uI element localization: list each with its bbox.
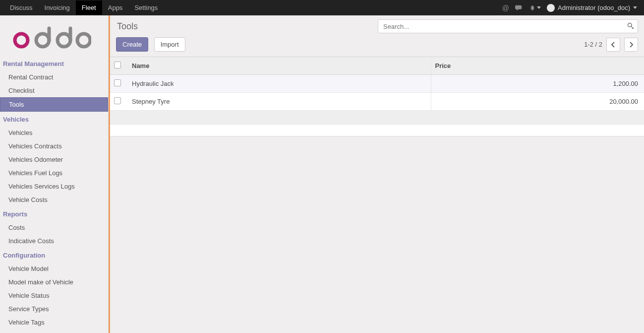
sidebar-item-vehicle-costs[interactable]: Vehicle Costs — [0, 193, 108, 206]
sidebar-item-model-make[interactable]: Model make of Vehicle — [0, 275, 108, 289]
sidebar-item-vehicle-tags[interactable]: Vehicle Tags — [0, 316, 108, 329]
svg-point-2 — [58, 34, 70, 47]
select-all-checkbox[interactable] — [114, 62, 121, 68]
create-button[interactable]: Create — [116, 37, 148, 52]
main-content: Tools Create Import 1-2 / 2 — [109, 15, 644, 333]
sidebar-item-vehicle-model[interactable]: Vehicle Model — [0, 262, 108, 275]
cell-name: Stepney Tyre — [128, 93, 431, 111]
chevron-down-icon — [633, 6, 637, 9]
topnav-settings[interactable]: Settings — [128, 0, 164, 15]
search-box — [378, 19, 638, 33]
page-title: Tools — [116, 21, 138, 32]
sidebar-item-vehicles-contracts[interactable]: Vehicles Contracts — [0, 139, 108, 153]
section-rental-management[interactable]: Rental Management — [0, 56, 108, 70]
svg-point-1 — [36, 34, 49, 47]
svg-point-0 — [15, 34, 28, 47]
topnav-left: Discuss Invoicing Fleet Apps Settings — [4, 0, 164, 15]
pager: 1-2 / 2 — [584, 38, 638, 52]
topnav-apps[interactable]: Apps — [102, 0, 129, 15]
cell-name: Hydraulic Jack — [128, 75, 431, 93]
debug-icon[interactable] — [529, 4, 541, 11]
sidebar-item-vehicles[interactable]: Vehicles — [0, 126, 108, 139]
sidebar-item-indicative-costs[interactable]: Indicative Costs — [0, 234, 108, 248]
sidebar-item-vehicles-odometer[interactable]: Vehicles Odometer — [0, 153, 108, 166]
sidebar-item-vehicle-status[interactable]: Vehicle Status — [0, 289, 108, 302]
sidebar-footer: Powered by Odoo — [0, 329, 108, 333]
sidebar-item-costs[interactable]: Costs — [0, 221, 108, 234]
sidebar-item-rental-contract[interactable]: Rental Contract — [0, 70, 108, 84]
cell-price: 1,200.00 — [431, 75, 644, 93]
row-checkbox[interactable] — [114, 79, 121, 86]
top-navbar: Discuss Invoicing Fleet Apps Settings @ … — [0, 0, 644, 15]
cell-price: 20,000.00 — [431, 93, 644, 111]
svg-point-3 — [77, 34, 90, 47]
pager-next-button[interactable] — [624, 38, 638, 52]
table-header-row: Name Price — [110, 57, 644, 75]
pager-text: 1-2 / 2 — [584, 41, 602, 48]
table-row[interactable]: Hydraulic Jack 1,200.00 — [110, 75, 644, 93]
sidebar: Rental Management Rental Contract Checkl… — [0, 15, 109, 333]
header-name[interactable]: Name — [128, 57, 431, 75]
logo — [0, 21, 108, 56]
section-vehicles[interactable]: Vehicles — [0, 112, 108, 126]
sidebar-item-vehicles-fuel-logs[interactable]: Vehicles Fuel Logs — [0, 166, 108, 180]
topnav-discuss[interactable]: Discuss — [4, 0, 39, 15]
sidebar-item-tools[interactable]: Tools — [0, 97, 108, 112]
mention-icon[interactable]: @ — [502, 4, 509, 12]
topnav-invoicing[interactable]: Invoicing — [39, 0, 76, 15]
control-panel: Tools Create Import 1-2 / 2 — [110, 15, 644, 57]
topnav-right: @ Administrator (odoo_doc) — [502, 4, 640, 12]
sidebar-item-vehicles-services-logs[interactable]: Vehicles Services Logs — [0, 180, 108, 193]
below-table-area — [110, 125, 644, 136]
table-footer-spacer — [110, 111, 644, 125]
buttons-left: Create Import — [116, 37, 185, 52]
search-input[interactable] — [378, 19, 638, 33]
pager-prev-button[interactable] — [606, 38, 620, 52]
chat-icon[interactable] — [515, 4, 523, 11]
sidebar-item-checklist[interactable]: Checklist — [0, 84, 108, 97]
avatar-icon — [547, 4, 555, 12]
search-icon[interactable] — [627, 22, 634, 31]
header-checkbox-cell — [110, 57, 128, 75]
topnav-fleet[interactable]: Fleet — [76, 0, 102, 15]
svg-point-4 — [628, 23, 632, 27]
section-reports[interactable]: Reports — [0, 206, 108, 221]
list-view: Name Price Hydraulic Jack 1,200.00 Stepn… — [110, 57, 644, 136]
section-configuration[interactable]: Configuration — [0, 248, 108, 262]
user-display: Administrator (odoo_doc) — [558, 4, 630, 11]
table-row[interactable]: Stepney Tyre 20,000.00 — [110, 93, 644, 111]
import-button[interactable]: Import — [154, 37, 185, 52]
header-price[interactable]: Price — [431, 57, 644, 75]
row-checkbox[interactable] — [114, 97, 121, 104]
sidebar-item-service-types[interactable]: Service Types — [0, 302, 108, 316]
user-menu[interactable]: Administrator (odoo_doc) — [547, 4, 637, 12]
